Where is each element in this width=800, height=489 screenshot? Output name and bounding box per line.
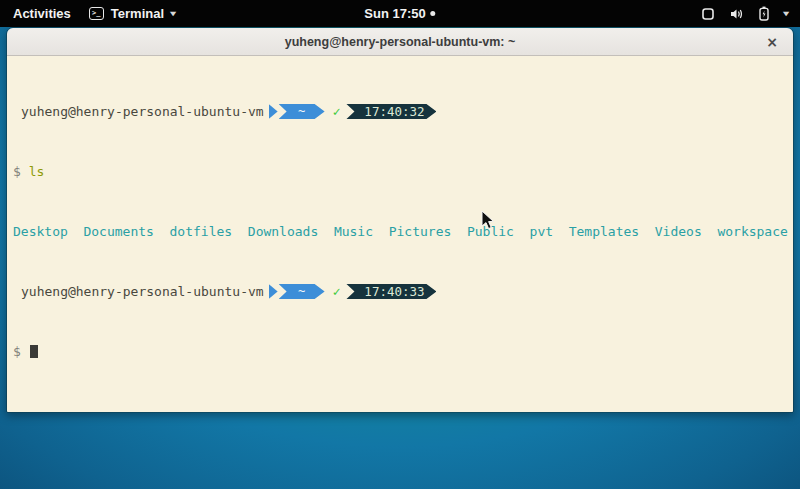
prompt-time-segment: 17:40:33 <box>346 284 436 299</box>
prompt-line-2: yuheng@henry-personal-ubuntu-vm ~ ✓ 17:4… <box>13 284 793 299</box>
close-button[interactable]: × <box>763 33 781 51</box>
clock-menu[interactable]: Sun 17:50 <box>364 0 435 27</box>
terminal-app-icon: >_ <box>89 7 104 20</box>
ls-output-line: Desktop Documents dotfiles Downloads Mus… <box>13 224 793 239</box>
prompt-line-1: yuheng@henry-personal-ubuntu-vm ~ ✓ 17:4… <box>13 104 793 119</box>
battery-charging-icon <box>758 6 770 21</box>
prompt-cwd-segment: ~ <box>279 104 325 119</box>
powerline-chevron-icon <box>269 284 278 299</box>
powerline-chevron-icon <box>269 104 278 119</box>
gnome-top-bar: Activities >_ Terminal ▾ Sun 17:50 ▾ <box>0 0 800 27</box>
prompt-symbol: $ <box>13 344 21 359</box>
directory-listing: Desktop Documents dotfiles Downloads Mus… <box>13 224 788 239</box>
prompt-cwd-segment: ~ <box>279 284 325 299</box>
screen-icon <box>701 7 715 21</box>
powerline-segments: ~ ✓ 17:40:33 <box>269 284 437 299</box>
status-check-icon: ✓ <box>333 104 341 119</box>
prompt-symbol: $ <box>13 164 21 179</box>
app-menu-terminal[interactable]: >_ Terminal ▾ <box>89 6 175 21</box>
window-title: yuheng@henry-personal-ubuntu-vm: ~ <box>285 35 516 49</box>
prompt-user-host: yuheng@henry-personal-ubuntu-vm <box>21 284 264 299</box>
prompt-time-segment: 17:40:32 <box>346 104 436 119</box>
prompt-user-host: yuheng@henry-personal-ubuntu-vm <box>21 104 264 119</box>
typed-command: ls <box>29 164 45 179</box>
activities-button[interactable]: Activities <box>13 6 71 21</box>
notification-dot-icon <box>431 11 436 16</box>
chevron-down-icon: ▾ <box>170 9 176 18</box>
powerline-segments: ~ ✓ 17:40:32 <box>269 104 437 119</box>
mouse-pointer-icon <box>481 210 495 234</box>
terminal-window: yuheng@henry-personal-ubuntu-vm: ~ × yuh… <box>6 27 794 413</box>
text-cursor <box>30 345 38 358</box>
command-line-1: $ ls <box>13 164 793 179</box>
system-status-area[interactable]: ▾ <box>701 0 800 27</box>
command-line-2: $ <box>13 344 793 359</box>
terminal-content[interactable]: yuheng@henry-personal-ubuntu-vm ~ ✓ 17:4… <box>7 56 793 412</box>
volume-icon <box>729 7 744 21</box>
clock-label: Sun 17:50 <box>364 6 425 21</box>
desktop: Activities >_ Terminal ▾ Sun 17:50 ▾ <box>0 0 800 489</box>
status-check-icon: ✓ <box>333 284 341 299</box>
app-menu-label: Terminal <box>111 6 164 21</box>
window-titlebar[interactable]: yuheng@henry-personal-ubuntu-vm: ~ × <box>7 28 793 56</box>
system-menu-chevron-icon: ▾ <box>783 9 789 18</box>
